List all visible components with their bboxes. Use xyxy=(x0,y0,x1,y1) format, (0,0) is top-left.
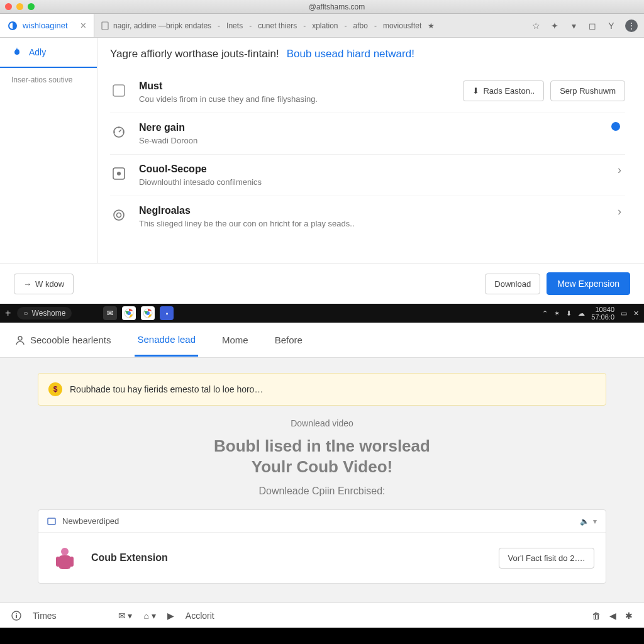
list-item-desc: Diownlouthl intesado confilmenics xyxy=(139,177,602,187)
list-item: Must Cou videls firom in cuse they and f… xyxy=(110,72,625,113)
traffic-lights xyxy=(5,3,35,10)
toolbar-right: ☆ ✦ ▾ ◻ Y ⋮ xyxy=(531,14,644,37)
extension-card: Newbeverdiped 🔈 ▾ Coub Extension Vor'l F… xyxy=(38,509,606,584)
list-item-desc: This slieged liney be the our con on hri… xyxy=(139,219,602,228)
tray-icon[interactable]: ⬇ xyxy=(566,309,572,318)
page-icon xyxy=(101,21,109,30)
chevron-down-icon[interactable]: ▾ xyxy=(569,21,579,31)
star-icon[interactable]: ★ xyxy=(428,21,435,30)
sound-icon[interactable]: 🔈 xyxy=(580,517,589,526)
arrow-right-icon: → xyxy=(23,279,31,289)
tab-senadde[interactable]: Senadde lead xyxy=(135,324,198,357)
svg-point-5 xyxy=(117,172,121,175)
heading-secondary[interactable]: Boub usead hiard netward! xyxy=(287,48,414,60)
status-acc[interactable]: Acclorit xyxy=(186,611,214,621)
sidebar-item-adly[interactable]: Adly xyxy=(0,38,97,68)
mew-expension-button[interactable]: Mew Expension xyxy=(547,272,630,295)
svg-rect-17 xyxy=(70,557,74,567)
tab-close-icon[interactable]: × xyxy=(80,20,86,31)
trash-icon[interactable]: 🗑 xyxy=(592,611,601,621)
heading-primary: Yagre affiorly worthase jouts-fintain! xyxy=(110,48,279,60)
tab-label: Secooble hearlents xyxy=(30,335,111,345)
close-icon[interactable]: ✕ xyxy=(633,309,639,318)
mail-icon[interactable]: ✉ xyxy=(103,306,117,320)
tab-before[interactable]: Before xyxy=(272,325,305,355)
tab-title: wishloaginet xyxy=(23,21,75,30)
minimize-icon[interactable] xyxy=(16,3,23,10)
battery-icon[interactable]: ▭ xyxy=(621,309,627,318)
breadcrumb-item[interactable]: Inets xyxy=(226,21,243,30)
tab-label: Senadde lead xyxy=(137,334,196,345)
new-tab-icon[interactable]: + xyxy=(5,308,11,319)
home-icon[interactable]: ⌂ ▾ xyxy=(143,611,155,621)
taskbar: + ○ Weshome ✉ ▪ ⌃ ✶ ⬇ ☁ 10840 57:06:0 ▭ … xyxy=(0,304,644,323)
checkbox-icon[interactable] xyxy=(110,82,128,99)
download-button[interactable]: Download xyxy=(485,274,540,294)
maximize-icon[interactable] xyxy=(28,3,35,10)
mail-icon[interactable]: ✉ ▾ xyxy=(118,611,133,621)
play-icon[interactable]: ▶ xyxy=(167,611,174,621)
target-icon xyxy=(110,165,128,182)
main-area: Adly Inser-atios soutive Yagre affiorly … xyxy=(0,38,644,263)
system-tray: ⌃ ✶ ⬇ ☁ 10840 57:06:0 ▭ ✕ xyxy=(542,306,639,321)
wkdow-button[interactable]: →W kdow xyxy=(14,274,74,294)
play-icon[interactable]: ◀ xyxy=(609,611,616,621)
status-label: Times xyxy=(33,611,57,621)
tray-icon[interactable]: ☁ xyxy=(578,309,585,318)
sidebar-subtext[interactable]: Inser-atios soutive xyxy=(0,68,97,92)
tab-label: Before xyxy=(275,335,303,345)
card-title: Coub Extension xyxy=(91,552,487,564)
puzzle-icon[interactable]: ✱ xyxy=(625,611,633,621)
tray-icon[interactable]: ⌃ xyxy=(542,309,548,318)
card-action-button[interactable]: Vor'l Fact fisit do 2…. xyxy=(499,548,594,569)
tray-icon[interactable]: ✶ xyxy=(554,309,560,318)
breadcrumb-item[interactable]: cunet thiers xyxy=(258,21,297,30)
list-item-title: Must xyxy=(139,80,452,92)
breadcrumb: nagir, addine —bripk endates- Inets- cun… xyxy=(113,21,435,30)
list-item[interactable]: Couol-Secope Diownlouthl intesado confil… xyxy=(110,155,625,196)
notification-dot-icon xyxy=(611,122,620,131)
bookmark-icon[interactable]: ☆ xyxy=(531,21,541,31)
tab-mome[interactable]: Mome xyxy=(219,325,251,355)
breadcrumb-item[interactable]: moviousftet xyxy=(383,21,421,30)
svg-rect-20 xyxy=(16,615,17,618)
profile-icon[interactable]: Y xyxy=(606,21,616,31)
serp-rushuwm-button[interactable]: Serp Rushuwm xyxy=(550,80,625,101)
address-bar[interactable]: nagir, addine —bripk endates- Inets- cun… xyxy=(94,14,531,37)
list-item-title: Nere gain xyxy=(139,122,600,133)
tab-favicon xyxy=(8,21,18,31)
browser-tab[interactable]: wishloaginet × xyxy=(0,14,94,37)
svg-point-6 xyxy=(114,210,124,220)
rads-easton-button[interactable]: ⬇Rads Easton.. xyxy=(463,80,544,101)
breadcrumb-item[interactable]: nagir, addine —bripk endates xyxy=(113,21,211,30)
pinned-apps: ✉ ▪ xyxy=(103,306,174,320)
svg-point-19 xyxy=(16,613,17,614)
person-icon xyxy=(15,335,25,345)
tab-secooble[interactable]: Secooble hearlents xyxy=(13,325,113,355)
bottom-strip xyxy=(0,628,644,644)
app-icon[interactable]: ▪ xyxy=(160,306,174,320)
hero-heading: Boubl lised in tlne worslead Youlr Coub … xyxy=(38,436,606,477)
list-item[interactable]: Neglroalas This slieged liney be the our… xyxy=(110,196,625,237)
breadcrumb-item[interactable]: afbo xyxy=(353,21,368,30)
chevron-down-icon[interactable]: ▾ xyxy=(593,517,597,526)
extensions-icon[interactable]: ✦ xyxy=(550,21,560,31)
breadcrumb-item[interactable]: xplation xyxy=(312,21,338,30)
info-icon[interactable] xyxy=(11,611,21,621)
download-label: Downlead video xyxy=(38,418,606,428)
search-icon: ○ xyxy=(23,309,28,318)
window-icon[interactable]: ◻ xyxy=(587,21,597,31)
flame-icon xyxy=(11,47,23,58)
footer-actions: →W kdow Download Mew Expension xyxy=(0,263,644,304)
chrome-icon[interactable] xyxy=(122,306,136,320)
window-titlebar: @afltshams.com xyxy=(0,0,644,14)
close-icon[interactable] xyxy=(5,3,12,10)
card-head-label: Newbeverdiped xyxy=(62,516,119,526)
content: Yagre affiorly worthase jouts-fintain! B… xyxy=(97,38,644,263)
list-item-desc: Se-wadi Doroon xyxy=(139,136,600,145)
card-body: Coub Extension Vor'l Fact fisit do 2…. xyxy=(38,533,606,583)
list-item-title: Neglroalas xyxy=(139,205,602,216)
chrome-icon[interactable] xyxy=(141,306,155,320)
menu-icon[interactable]: ⋮ xyxy=(625,19,638,32)
taskbar-search[interactable]: ○ Weshome xyxy=(17,307,72,319)
